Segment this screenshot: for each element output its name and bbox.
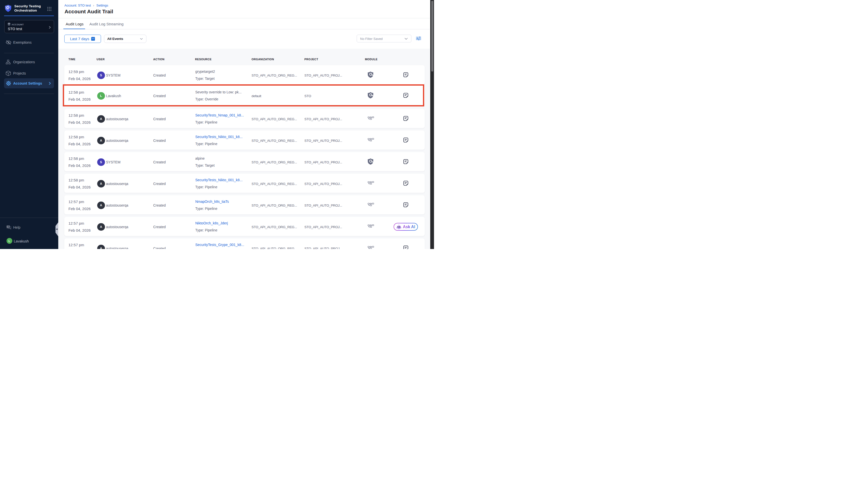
svg-text:?: ? — [8, 225, 9, 228]
